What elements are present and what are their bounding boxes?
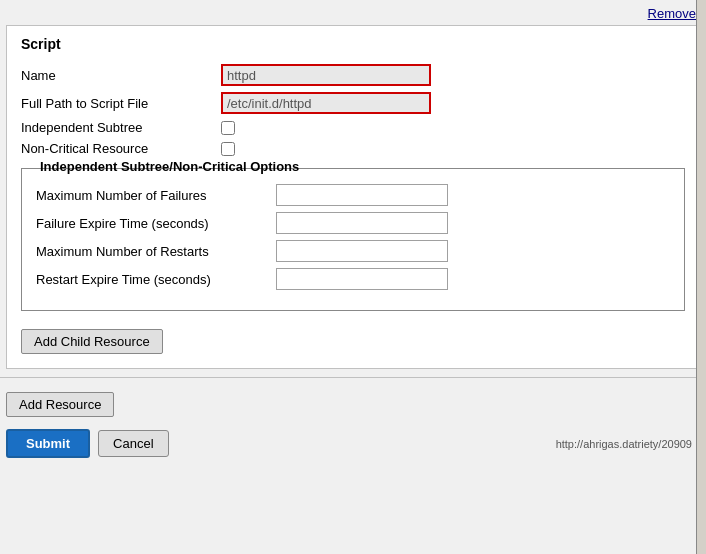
add-child-resource-button[interactable]: Add Child Resource [21,329,163,354]
bottom-bar: Add Resource [0,386,706,423]
action-bar: Submit Cancel http://ahrigas.datriety/20… [0,423,706,462]
max-failures-row: Maximum Number of Failures [36,184,670,206]
failure-expire-label: Failure Expire Time (seconds) [36,216,276,231]
independent-row: Independent Subtree [21,120,685,135]
noncritical-checkbox[interactable] [221,142,235,156]
failure-expire-row: Failure Expire Time (seconds) [36,212,670,234]
name-row: Name [21,64,685,86]
restart-expire-input[interactable] [276,268,448,290]
max-failures-input[interactable] [276,184,448,206]
submit-button[interactable]: Submit [6,429,90,458]
max-restarts-input[interactable] [276,240,448,262]
name-input[interactable] [221,64,431,86]
restart-expire-row: Restart Expire Time (seconds) [36,268,670,290]
top-bar: Remove [0,0,706,25]
name-label: Name [21,68,221,83]
content-area: Script Name Full Path to Script File Ind… [6,25,700,369]
path-row: Full Path to Script File [21,92,685,114]
cancel-button[interactable]: Cancel [98,430,168,457]
max-restarts-row: Maximum Number of Restarts [36,240,670,262]
section-title: Script [21,36,685,52]
options-fieldset: Independent Subtree/Non-Critical Options… [21,168,685,311]
independent-label: Independent Subtree [21,120,221,135]
scrollbar[interactable] [696,0,706,554]
restart-expire-label: Restart Expire Time (seconds) [36,272,276,287]
path-label: Full Path to Script File [21,96,221,111]
noncritical-label: Non-Critical Resource [21,141,221,156]
remove-link[interactable]: Remove [648,6,696,21]
status-text: http://ahrigas.datriety/20909 [556,438,700,450]
noncritical-row: Non-Critical Resource [21,141,685,156]
max-restarts-label: Maximum Number of Restarts [36,244,276,259]
fieldset-legend: Independent Subtree/Non-Critical Options [36,159,303,174]
path-input[interactable] [221,92,431,114]
independent-checkbox[interactable] [221,121,235,135]
add-resource-button[interactable]: Add Resource [6,392,114,417]
separator [0,377,706,378]
max-failures-label: Maximum Number of Failures [36,188,276,203]
failure-expire-input[interactable] [276,212,448,234]
main-container: Remove Script Name Full Path to Script F… [0,0,706,554]
